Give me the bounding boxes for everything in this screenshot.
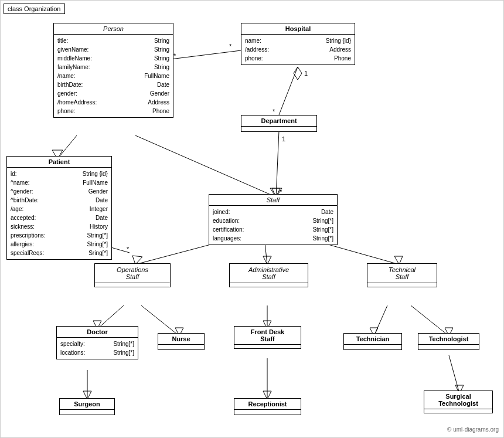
svg-line-32 bbox=[411, 305, 449, 336]
class-receptionist-attrs bbox=[234, 410, 301, 415]
class-person-attrs: title:String givenName:String middleName… bbox=[54, 35, 173, 117]
class-surgical-technologist: SurgicalTechnologist bbox=[424, 391, 493, 413]
class-nurse-name: Nurse bbox=[158, 334, 204, 345]
class-operations-staff: OperationsStaff bbox=[94, 263, 171, 287]
copyright-text: © uml-diagrams.org bbox=[447, 426, 499, 433]
class-hospital-name: Hospital bbox=[241, 23, 355, 35]
diagram-title: class Organization bbox=[4, 4, 65, 14]
class-surgical-technologist-name: SurgicalTechnologist bbox=[424, 391, 492, 409]
class-technologist-attrs bbox=[418, 345, 479, 349]
class-hospital: Hospital name:String {id} /address:Addre… bbox=[241, 23, 355, 65]
class-front-desk-staff-name: Front DeskStaff bbox=[234, 327, 301, 345]
class-department-attrs bbox=[241, 127, 316, 131]
class-operations-staff-attrs bbox=[95, 283, 170, 287]
svg-line-0 bbox=[171, 50, 241, 59]
svg-text:*: * bbox=[229, 43, 232, 50]
class-department-name: Department bbox=[241, 116, 316, 127]
class-front-desk-staff: Front DeskStaff bbox=[234, 326, 301, 349]
class-surgeon-attrs bbox=[60, 410, 114, 415]
class-nurse-attrs bbox=[158, 345, 204, 349]
class-technician-attrs bbox=[344, 345, 401, 349]
class-technical-staff: TechnicalStaff bbox=[367, 263, 437, 287]
class-person-name: Person bbox=[54, 23, 173, 35]
class-front-desk-staff-attrs bbox=[234, 345, 301, 348]
class-technician-name: Technician bbox=[344, 334, 401, 345]
class-doctor: Doctor specialty:String[*] locations:Str… bbox=[56, 326, 138, 359]
svg-line-7 bbox=[276, 131, 279, 197]
class-nurse: Nurse bbox=[158, 333, 205, 350]
class-administrative-staff-name: AdministrativeStaff bbox=[230, 264, 308, 283]
class-surgical-technologist-attrs bbox=[424, 409, 492, 413]
class-patient: Patient id:String {id} ^name:FullName ^g… bbox=[6, 156, 112, 260]
svg-line-15 bbox=[109, 247, 130, 253]
class-patient-name: Patient bbox=[7, 157, 111, 168]
class-surgeon: Surgeon bbox=[59, 398, 115, 415]
diagram-container: class Organization * * 1 * 1 * * * bbox=[0, 0, 504, 438]
class-technician: Technician bbox=[343, 333, 402, 350]
svg-text:*: * bbox=[127, 246, 130, 253]
class-technologist-name: Technologist bbox=[418, 334, 479, 345]
svg-line-30 bbox=[374, 305, 387, 336]
class-doctor-attrs: specialty:String[*] locations:String[*] bbox=[57, 338, 138, 359]
svg-text:*: * bbox=[273, 108, 275, 115]
class-technical-staff-name: TechnicalStaff bbox=[367, 264, 437, 283]
class-department: Department bbox=[241, 115, 317, 132]
class-staff: Staff joined:Date education:String[*] ce… bbox=[209, 194, 338, 245]
svg-line-38 bbox=[449, 355, 459, 393]
svg-text:1: 1 bbox=[304, 70, 308, 77]
class-technologist: Technologist bbox=[418, 333, 479, 350]
svg-marker-4 bbox=[294, 67, 302, 80]
class-patient-attrs: id:String {id} ^name:FullName ^gender:Ge… bbox=[7, 168, 111, 259]
class-doctor-name: Doctor bbox=[57, 327, 138, 338]
class-technical-staff-attrs bbox=[367, 283, 437, 287]
class-surgeon-name: Surgeon bbox=[60, 399, 114, 410]
svg-line-26 bbox=[141, 305, 179, 336]
svg-text:1: 1 bbox=[282, 135, 285, 142]
svg-line-24 bbox=[97, 305, 124, 329]
class-receptionist-name: Receptionist bbox=[234, 399, 301, 410]
class-hospital-attrs: name:String {id} /address:Address phone:… bbox=[241, 35, 355, 64]
class-staff-name: Staff bbox=[209, 195, 337, 206]
class-administrative-staff-attrs bbox=[230, 283, 308, 287]
svg-text:*: * bbox=[173, 52, 176, 59]
class-receptionist: Receptionist bbox=[234, 398, 301, 415]
svg-line-3 bbox=[279, 67, 298, 115]
svg-line-11 bbox=[57, 135, 77, 159]
class-operations-staff-name: OperationsStaff bbox=[95, 264, 170, 283]
svg-line-13 bbox=[135, 135, 276, 197]
class-staff-attrs: joined:Date education:String[*] certific… bbox=[209, 206, 337, 245]
class-person: Person title:String givenName:String mid… bbox=[53, 23, 173, 118]
class-administrative-staff: AdministrativeStaff bbox=[229, 263, 308, 287]
